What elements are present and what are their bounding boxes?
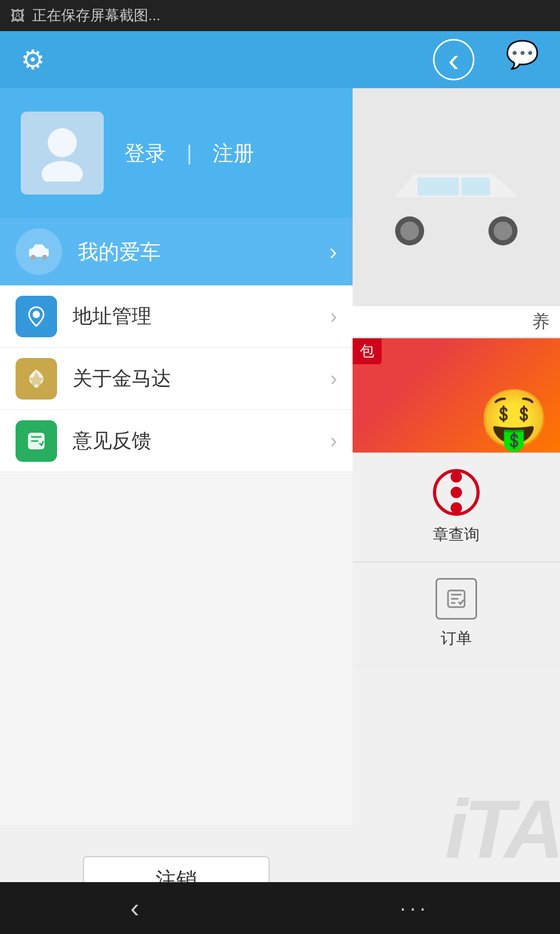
- screenshot-icon: 🖼: [10, 7, 25, 24]
- about-label: 关于金马达: [73, 365, 315, 392]
- register-button[interactable]: 注册: [213, 139, 254, 168]
- car-display-image: [358, 145, 555, 249]
- traffic-penalty-item[interactable]: 章查询: [353, 454, 560, 561]
- traffic-dots: [451, 471, 462, 514]
- traffic-label: 章查询: [433, 524, 480, 545]
- bottom-nav: ‹ ···: [0, 882, 560, 934]
- avatar: [21, 112, 104, 195]
- nav-dots[interactable]: ···: [400, 897, 429, 920]
- ad-character: 🤑: [479, 386, 550, 452]
- svg-point-3: [31, 255, 36, 260]
- car-image-area: [353, 88, 560, 306]
- car-icon-wrap: [16, 228, 62, 275]
- about-icon: [25, 367, 48, 390]
- drawer: 登录 | 注册 我的爱车 ›: [0, 88, 353, 934]
- my-car-chevron: ›: [329, 239, 337, 265]
- address-chevron: ›: [330, 305, 337, 328]
- address-label: 地址管理: [73, 303, 315, 329]
- settings-icon[interactable]: ⚙: [21, 44, 45, 75]
- svg-point-11: [400, 222, 419, 240]
- menu-item-address[interactable]: 地址管理 ›: [0, 285, 353, 348]
- profile-header: 登录 | 注册: [0, 88, 353, 218]
- wechat-button[interactable]: 💬: [506, 39, 539, 80]
- divider: |: [187, 142, 192, 165]
- svg-rect-9: [461, 177, 490, 196]
- nav-back-button[interactable]: ‹: [130, 892, 139, 924]
- order-label: 订单: [441, 628, 472, 649]
- back-button[interactable]: ‹: [433, 39, 474, 80]
- login-button[interactable]: 登录: [124, 139, 166, 168]
- address-icon: [25, 305, 48, 328]
- avatar-icon: [36, 125, 88, 182]
- about-chevron: ›: [330, 367, 337, 390]
- main-area: 登录 | 注册 我的爱车 ›: [0, 88, 560, 934]
- feedback-icon: [25, 430, 48, 452]
- traffic-dot-2: [451, 487, 462, 498]
- maintenance-text: 养: [532, 310, 550, 334]
- svg-point-0: [48, 128, 77, 157]
- menu-item-feedback[interactable]: 意见反馈 ›: [0, 410, 353, 472]
- ad-area: 包 🤑: [353, 338, 560, 452]
- profile-actions: 登录 | 注册: [124, 139, 254, 168]
- about-icon-wrap: [16, 358, 57, 400]
- right-panel: 养 包 🤑 章查询: [353, 88, 560, 934]
- status-bar: 🖼 正在保存屏幕截图...: [0, 0, 560, 31]
- svg-point-13: [494, 222, 512, 240]
- order-icon: [436, 578, 477, 620]
- feedback-label: 意见反馈: [73, 428, 315, 454]
- feedback-icon-wrap: [16, 420, 57, 462]
- nav-bar: ⚙ ‹ 💬: [0, 31, 560, 88]
- traffic-dot-1: [451, 471, 462, 483]
- svg-point-5: [33, 311, 40, 318]
- address-icon-wrap: [16, 296, 57, 337]
- my-car-label: 我的爱车: [78, 238, 314, 266]
- ad-red-tag: 包: [353, 338, 382, 364]
- menu-items: 地址管理 › 关于金马达 ›: [0, 285, 353, 825]
- traffic-dot-3: [451, 502, 462, 514]
- svg-point-1: [41, 161, 83, 182]
- svg-rect-8: [417, 177, 459, 196]
- car-icon: [25, 242, 53, 261]
- my-car-section[interactable]: 我的爱车 ›: [0, 218, 353, 285]
- menu-item-about[interactable]: 关于金马达 ›: [0, 348, 353, 410]
- svg-point-4: [42, 255, 47, 260]
- traffic-icon: [433, 469, 480, 516]
- status-text: 正在保存屏幕截图...: [32, 6, 160, 25]
- feedback-chevron: ›: [330, 429, 337, 452]
- order-svg: [445, 587, 468, 610]
- order-item[interactable]: 订单: [353, 562, 560, 665]
